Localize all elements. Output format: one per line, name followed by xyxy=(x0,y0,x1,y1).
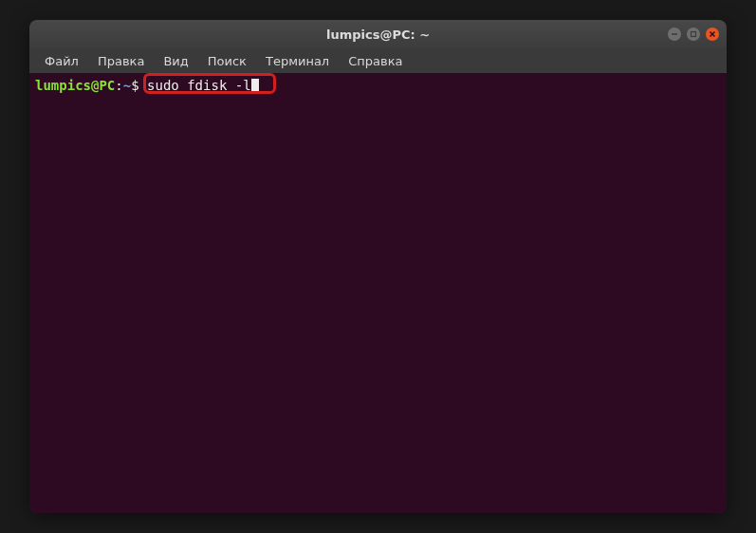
cursor xyxy=(251,79,259,93)
terminal-line: lumpics@PC:~$ sudo fdisk -l xyxy=(35,77,721,94)
menu-view[interactable]: Вид xyxy=(156,52,195,70)
prompt-colon: : xyxy=(115,77,122,94)
close-button[interactable] xyxy=(706,28,719,41)
window-controls xyxy=(668,28,719,41)
menu-search[interactable]: Поиск xyxy=(200,52,254,70)
maximize-button[interactable] xyxy=(687,28,700,41)
maximize-icon xyxy=(690,30,697,38)
menu-file[interactable]: Файл xyxy=(37,52,86,70)
close-icon xyxy=(709,30,716,38)
minimize-icon xyxy=(671,30,678,38)
prompt-dollar: $ xyxy=(131,77,147,94)
svg-rect-1 xyxy=(691,32,696,37)
minimize-button[interactable] xyxy=(668,28,681,41)
window-title: lumpics@PC: ~ xyxy=(326,28,430,42)
prompt-user: lumpics@PC xyxy=(35,77,115,94)
terminal-window: lumpics@PC: ~ Файл Правка Вид Поиск Терм… xyxy=(29,20,727,513)
terminal-body[interactable]: lumpics@PC:~$ sudo fdisk -l xyxy=(29,73,727,513)
menu-terminal[interactable]: Терминал xyxy=(258,52,337,70)
command-text: sudo fdisk -l xyxy=(147,77,251,94)
titlebar: lumpics@PC: ~ xyxy=(29,20,727,48)
prompt-path: ~ xyxy=(123,77,131,94)
menubar: Файл Правка Вид Поиск Терминал Справка xyxy=(29,48,727,73)
menu-help[interactable]: Справка xyxy=(341,52,410,70)
menu-edit[interactable]: Правка xyxy=(90,52,152,70)
